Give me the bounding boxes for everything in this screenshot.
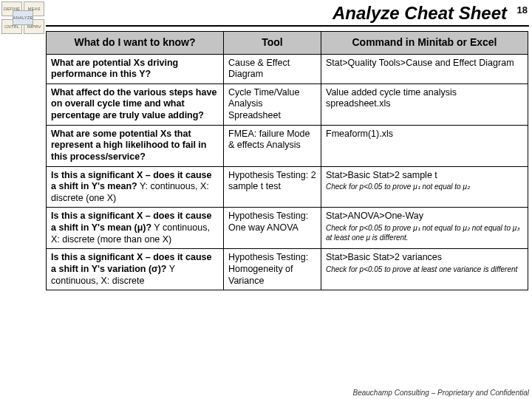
- cell-tool: Hypothesis Testing: 2 sample t test: [224, 166, 321, 208]
- footer-text: Beauchamp Consulting – Proprietary and C…: [353, 389, 529, 397]
- table-row: What are potential Xs driving performanc…: [47, 54, 528, 83]
- cell-command: Stat>Basic Stat>2 sample tCheck for p<0.…: [321, 166, 528, 208]
- cell-question: What are some potential Xs that represen…: [47, 125, 224, 166]
- header-command: Command in Minitab or Excel: [321, 32, 528, 55]
- cell-command: Stat>Basic Stat>2 variancesCheck for p<0…: [321, 249, 528, 290]
- cell-tool: Hypothesis Testing: Homogeneity of Varia…: [224, 249, 321, 290]
- cell-question: Is this a significant X – does it cause …: [47, 166, 224, 208]
- cell-question: What affect do the various steps have on…: [47, 83, 224, 125]
- cell-command: Stat>Quality Tools>Cause and Effect Diag…: [321, 54, 528, 83]
- page-title: Analyze Cheat Sheet: [332, 3, 507, 24]
- cell-tool: Cause & Effect Diagram: [224, 54, 321, 83]
- cell-question: What are potential Xs driving performanc…: [47, 54, 224, 83]
- table-row: What affect do the various steps have on…: [47, 83, 528, 125]
- cell-question: Is this a significant X – does it cause …: [47, 249, 224, 290]
- cell-command: Value added cycle time analysis spreadsh…: [321, 83, 528, 125]
- cheat-sheet-table: What do I want to know? Tool Command in …: [46, 31, 528, 290]
- header-tool: Tool: [224, 32, 321, 55]
- header-question: What do I want to know?: [47, 32, 224, 55]
- page-number: 18: [517, 4, 528, 16]
- title-underline: [46, 25, 529, 27]
- badge-analyze: ANALYZE: [13, 10, 33, 25]
- cell-tool: Cycle Time/Value Analysis Spreadsheet: [224, 83, 321, 125]
- table-header-row: What do I want to know? Tool Command in …: [47, 32, 528, 55]
- table-row: Is this a significant X – does it cause …: [47, 208, 528, 249]
- cell-tool: FMEA: failure Mode & effects Analysis: [224, 125, 321, 166]
- table-row: What are some potential Xs that represen…: [47, 125, 528, 166]
- cell-command: Stat>ANOVA>One-WayCheck for p<0.05 to pr…: [321, 208, 528, 249]
- cell-question: Is this a significant X – does it cause …: [47, 208, 224, 249]
- dmaic-badge: DEFINE MEAS ANALYZE CNTRL IMPRV: [1, 1, 46, 34]
- page: DEFINE MEAS ANALYZE CNTRL IMPRV Analyze …: [0, 0, 532, 399]
- table-row: Is this a significant X – does it cause …: [47, 166, 528, 208]
- table-row: Is this a significant X – does it cause …: [47, 249, 528, 290]
- cell-tool: Hypothesis Testing: One way ANOVA: [224, 208, 321, 249]
- cell-command: Fmeaform(1).xls: [321, 125, 528, 166]
